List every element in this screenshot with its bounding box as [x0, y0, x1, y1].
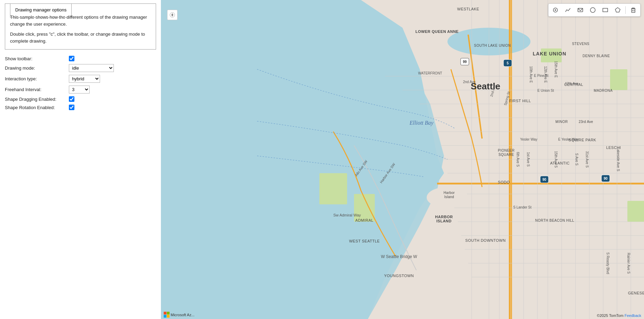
map-area[interactable]: 5 99 90 90 Elliott Bay Seattle LAKE UNIO… — [161, 0, 644, 319]
svg-text:90: 90 — [542, 178, 546, 181]
svg-text:SOUTH DOWNTOWN: SOUTH DOWNTOWN — [465, 238, 506, 242]
feedback-link[interactable]: Feedback — [625, 313, 641, 318]
svg-text:ADMIRAL: ADMIRAL — [355, 218, 373, 222]
microsoft-text: Microsoft Az... — [171, 313, 194, 317]
svg-rect-110 — [632, 9, 635, 12]
toolbar-delete-btn[interactable] — [628, 5, 638, 15]
map-attribution: ©2025 TomTom Feedback — [597, 313, 641, 318]
interaction-type-row: Interaction type: hybrid click freehand — [5, 75, 156, 83]
left-panel: Drawing manager options This sample show… — [0, 0, 161, 319]
shape-rotation-row: Shape Rotation Enabled: — [5, 105, 156, 110]
svg-text:E Pine St: E Pine St — [534, 74, 548, 78]
svg-text:Sw Admiral Way: Sw Admiral Way — [333, 213, 361, 217]
svg-text:YOUNGSTOWN: YOUNGSTOWN — [384, 274, 414, 278]
svg-text:PIONEER: PIONEER — [498, 149, 515, 152]
svg-text:1st Ave S: 1st Ave S — [526, 152, 530, 167]
svg-text:SQUARE: SQUARE — [498, 153, 514, 157]
svg-rect-38 — [627, 201, 644, 222]
svg-text:Yesler Way: Yesler Way — [520, 138, 537, 141]
shape-rotation-label: Shape Rotation Enabled: — [5, 105, 69, 110]
svg-text:Lakeside Ave S: Lakeside Ave S — [616, 148, 620, 171]
svg-text:WESTLAKE: WESTLAKE — [457, 7, 479, 11]
ms-sq-yellow — [167, 315, 170, 318]
svg-rect-108 — [603, 8, 608, 12]
svg-text:W Seattle Bridge W: W Seattle Bridge W — [381, 254, 417, 259]
svg-point-105 — [555, 9, 556, 11]
show-toolbar-checkbox[interactable] — [69, 56, 74, 61]
toolbar-circle-btn[interactable] — [588, 5, 598, 15]
svg-text:10th Ave E: 10th Ave E — [529, 66, 533, 83]
ms-logo-squares — [164, 312, 170, 318]
freehand-interval-select[interactable]: 1 2 3 4 5 — [69, 86, 90, 94]
svg-text:WEST SEATTLE: WEST SEATTLE — [349, 239, 380, 243]
svg-text:SODO: SODO — [498, 180, 510, 184]
shape-dragging-label: Shape Dragging Enabled: — [5, 97, 69, 102]
svg-text:12th Ave: 12th Ave — [565, 82, 579, 86]
svg-text:LAKE UNION: LAKE UNION — [533, 51, 566, 56]
drawing-mode-select[interactable]: idle draw-line draw-polygon draw-circle … — [69, 64, 114, 72]
svg-text:15th Ave S: 15th Ave S — [554, 151, 558, 168]
shape-dragging-checkbox[interactable] — [69, 96, 74, 102]
freehand-interval-label: Freehand Interval: — [5, 87, 69, 92]
toolbar-freehand-btn[interactable] — [613, 5, 623, 15]
svg-text:SOUTH LAKE UNION: SOUTH LAKE UNION — [474, 44, 511, 47]
show-toolbar-row: Show toolbar: — [5, 56, 156, 61]
ms-sq-green — [167, 312, 170, 314]
svg-text:S Ave S: S Ave S — [575, 153, 579, 166]
options-box: Drawing manager options This sample show… — [5, 3, 156, 50]
svg-text:STEVENS: STEVENS — [572, 42, 589, 46]
show-toolbar-label: Show toolbar: — [5, 56, 69, 61]
svg-text:S Lander St: S Lander St — [513, 205, 532, 209]
svg-text:99: 99 — [463, 60, 467, 64]
svg-rect-39 — [319, 173, 347, 204]
freehand-interval-row: Freehand Interval: 1 2 3 4 5 — [5, 86, 156, 94]
svg-text:HARBOR: HARBOR — [435, 215, 453, 219]
options-box-legend: Drawing manager options — [10, 3, 72, 18]
toolbar-point-btn[interactable] — [551, 5, 560, 15]
svg-text:S Reasty Blvd: S Reasty Blvd — [606, 252, 610, 274]
svg-text:90: 90 — [604, 177, 608, 180]
map-zoom-btn[interactable] — [167, 10, 178, 20]
svg-text:ISLAND: ISLAND — [436, 219, 452, 223]
svg-text:WATERFRONT: WATERFRONT — [418, 71, 442, 75]
interaction-type-select[interactable]: hybrid click freehand — [69, 75, 100, 83]
svg-text:E Yesler Way: E Yesler Way — [558, 138, 579, 141]
ms-sq-blue — [164, 315, 166, 318]
svg-point-107 — [590, 8, 595, 12]
svg-marker-114 — [171, 13, 173, 17]
toolbar-divider — [625, 6, 626, 14]
shape-dragging-row: Shape Dragging Enabled: — [5, 96, 156, 102]
svg-text:6th Ave S: 6th Ave S — [516, 152, 520, 167]
svg-text:GENESEE: GENESEE — [628, 291, 644, 295]
microsoft-logo: Microsoft Az... — [164, 312, 194, 318]
map-svg: 5 99 90 90 Elliott Bay Seattle LAKE UNIO… — [161, 0, 644, 319]
toolbar-rectangle-btn[interactable] — [600, 5, 610, 15]
map-toolbar — [548, 3, 641, 17]
svg-text:15th Ave E: 15th Ave E — [554, 61, 558, 78]
svg-text:LOWER QUEEN ANNE: LOWER QUEEN ANNE — [416, 29, 459, 34]
svg-marker-109 — [615, 8, 620, 12]
svg-text:NORTH BEACON HILL: NORTH BEACON HILL — [535, 219, 574, 222]
svg-text:Harbor: Harbor — [444, 191, 455, 195]
toolbar-polygon-btn[interactable] — [575, 5, 585, 15]
svg-text:FIRST HILL: FIRST HILL — [509, 99, 531, 103]
toolbar-line-btn[interactable] — [563, 5, 573, 15]
attribution-text: ©2025 TomTom — [597, 313, 624, 318]
shape-rotation-checkbox[interactable] — [69, 105, 74, 110]
svg-text:MINOR: MINOR — [555, 120, 568, 124]
description-2: Double click, press "c", click the toolb… — [10, 31, 151, 44]
svg-rect-37 — [610, 69, 627, 90]
svg-text:31st Ave S: 31st Ave S — [585, 151, 589, 168]
interaction-type-label: Interaction type: — [5, 76, 69, 81]
svg-text:Elliott Bay: Elliott Bay — [409, 120, 434, 126]
svg-text:23rd Ave: 23rd Ave — [579, 120, 593, 124]
svg-text:5: 5 — [507, 61, 509, 65]
drawing-mode-row: Drawing mode: idle draw-line draw-polygo… — [5, 64, 156, 72]
svg-text:Rainier Ave S: Rainier Ave S — [627, 253, 631, 274]
svg-text:Island: Island — [444, 195, 454, 199]
svg-text:E Union St: E Union St — [537, 89, 554, 92]
svg-text:DENNY BLAINE: DENNY BLAINE — [582, 54, 610, 58]
ms-sq-red — [164, 312, 166, 314]
svg-text:MADRONA: MADRONA — [594, 89, 613, 92]
drawing-mode-label: Drawing mode: — [5, 65, 69, 71]
